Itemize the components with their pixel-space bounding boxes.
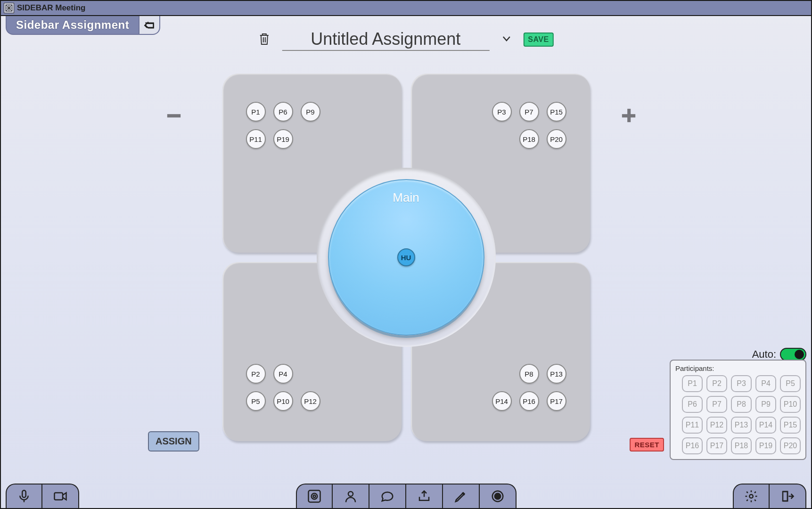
remove-room-button[interactable] [166,107,182,128]
participant-chip[interactable]: P20 [547,129,566,149]
participant-pool-chip[interactable]: P18 [731,437,752,454]
tab-sidebar-assignment[interactable]: Sidebar Assignment [6,16,139,35]
record-icon [491,489,505,503]
participant-pool-chip[interactable]: P7 [706,396,727,413]
participant-chip[interactable]: P6 [273,102,293,122]
room-4-participants: P1P6P9 P11P19 [246,102,320,156]
svg-point-8 [313,495,315,498]
sidebar-rooms-button[interactable] [296,484,333,508]
chat-icon [380,489,394,503]
participant-pool-chip[interactable]: P17 [706,437,727,454]
svg-rect-1 [167,114,180,117]
participant-chip[interactable]: P9 [301,102,320,122]
back-button[interactable] [139,16,160,35]
host-chip[interactable]: HU [397,248,415,266]
share-icon [417,489,431,503]
back-icon [143,19,156,31]
participant-chip[interactable]: P8 [519,364,539,384]
participant-chip[interactable]: P3 [492,102,512,122]
right-controls [733,484,806,508]
participant-pool-chip[interactable]: P13 [731,417,752,434]
pencil-icon [454,489,468,503]
participants-title: Participants: [675,364,801,372]
main-room[interactable]: Main HU [328,179,484,336]
chat-button[interactable] [369,484,406,508]
participant-chip[interactable]: P16 [519,391,539,411]
assign-button[interactable]: ASSIGN [148,431,199,452]
participant-pool-chip[interactable]: P19 [755,437,776,454]
add-room-button[interactable] [621,107,637,128]
participant-pool-chip[interactable]: P11 [682,417,703,434]
participant-pool-chip[interactable]: P9 [755,396,776,413]
participants-panel: Participants: P1P2P3P4P5P6P7P8P9P10P11P1… [670,360,806,460]
mic-icon [17,489,31,503]
av-controls [6,484,79,508]
svg-point-7 [311,493,317,500]
participants-grid: P1P2P3P4P5P6P7P8P9P10P11P12P13P14P15P16P… [675,375,801,454]
room-2-participants: P8P13 P14P16P17 [492,364,566,419]
participants-button[interactable] [333,484,369,508]
participant-chip[interactable]: P5 [246,391,266,411]
svg-point-11 [494,493,500,500]
participant-chip[interactable]: P14 [492,391,512,411]
reset-button[interactable]: RESET [630,438,664,452]
participant-pool-chip[interactable]: P8 [731,396,752,413]
participant-chip[interactable]: P7 [519,102,539,122]
camera-button[interactable] [42,484,79,508]
svg-point-12 [749,494,753,498]
camera-icon [53,489,67,503]
participant-chip[interactable]: P13 [547,364,566,384]
record-button[interactable] [480,484,517,508]
tab-label: Sidebar Assignment [16,18,129,32]
svg-rect-6 [308,491,320,502]
svg-rect-4 [22,491,26,498]
participant-chip[interactable]: P10 [273,391,293,411]
participant-pool-chip[interactable]: P14 [755,417,776,434]
minus-icon [166,107,182,123]
participant-chip[interactable]: P17 [547,391,566,411]
participant-pool-chip[interactable]: P3 [731,375,752,392]
title-bar: SIDEBAR Meeting [1,1,811,16]
participant-chip[interactable]: P11 [246,129,266,149]
auto-label: Auto: [752,348,776,361]
participant-chip[interactable]: P18 [519,129,539,149]
room-grid: P1P6P9 P11P19 4 P3P7P15 P18P20 1 P2P4 P5… [222,74,590,441]
settings-button[interactable] [733,484,770,508]
participant-chip[interactable]: P19 [273,129,293,149]
mic-button[interactable] [6,484,42,508]
exit-icon [780,489,795,503]
main-room-label: Main [393,190,419,205]
participant-pool-chip[interactable]: P10 [780,396,801,413]
participant-chip[interactable]: P1 [246,102,266,122]
participant-pool-chip[interactable]: P16 [682,437,703,454]
participant-chip[interactable]: P4 [273,364,293,384]
participant-pool-chip[interactable]: P20 [780,437,801,454]
svg-point-9 [348,492,353,496]
participant-pool-chip[interactable]: P6 [682,396,703,413]
window-title: SIDEBAR Meeting [17,3,85,13]
center-controls [296,484,517,508]
annotate-button[interactable] [443,484,480,508]
svg-rect-5 [55,493,63,500]
participant-chip[interactable]: P12 [301,391,320,411]
participant-pool-chip[interactable]: P5 [780,375,801,392]
participant-pool-chip[interactable]: P12 [706,417,727,434]
bottom-toolbar [1,479,811,508]
share-button[interactable] [406,484,443,508]
participant-chip[interactable]: P2 [246,364,266,384]
participant-pool-chip[interactable]: P2 [706,375,727,392]
plus-icon [621,107,637,123]
auto-assign-control: Auto: [752,348,806,361]
svg-rect-3 [622,114,635,117]
toggle-knob [795,350,804,359]
participant-chip[interactable]: P15 [547,102,566,122]
participant-pool-chip[interactable]: P1 [682,375,703,392]
auto-toggle[interactable] [780,348,806,361]
leave-button[interactable] [770,484,806,508]
room-3-participants: P2P4 P5P10P12 [246,364,320,419]
person-icon [344,489,358,503]
assignment-canvas: P1P6P9 P11P19 4 P3P7P15 P18P20 1 P2P4 P5… [1,36,811,479]
main-room-ring: Main HU [317,168,496,347]
participant-pool-chip[interactable]: P4 [755,375,776,392]
participant-pool-chip[interactable]: P15 [780,417,801,434]
